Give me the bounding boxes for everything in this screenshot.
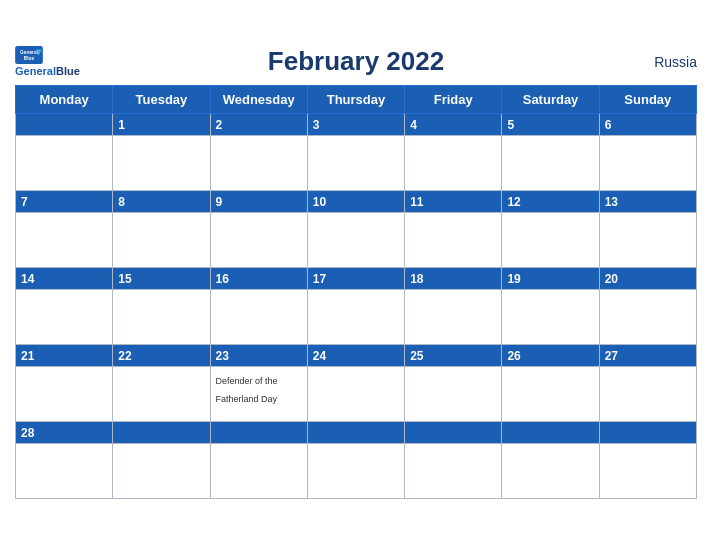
week-2-day-7-body-cell bbox=[599, 213, 696, 268]
week-2-day-6-body-cell bbox=[502, 213, 599, 268]
country-label: Russia bbox=[654, 54, 697, 70]
day-number-19: 19 bbox=[507, 272, 593, 286]
week-5-day-7-body-cell bbox=[599, 444, 696, 499]
week-1-day-1-number-cell bbox=[16, 114, 113, 136]
week-5-day-5-body-cell bbox=[405, 444, 502, 499]
general-blue-logo-icon: General Blue bbox=[15, 46, 43, 64]
week-1-day-5-number-cell: 4 bbox=[405, 114, 502, 136]
week-3-day-6-number-cell: 19 bbox=[502, 268, 599, 290]
week-4-day-1-body-cell bbox=[16, 367, 113, 422]
day-number-20: 20 bbox=[605, 272, 691, 286]
day-number-28: 28 bbox=[21, 426, 107, 440]
week-1-day-6-number-cell: 5 bbox=[502, 114, 599, 136]
logo-text: GeneralBlue bbox=[15, 65, 80, 77]
calendar-header: General Blue GeneralBlue February 2022 R… bbox=[15, 46, 697, 77]
col-friday: Friday bbox=[405, 86, 502, 114]
week-3-day-7-number-cell: 20 bbox=[599, 268, 696, 290]
week-1-day-2-body-cell bbox=[113, 136, 210, 191]
day-number-1: 1 bbox=[118, 118, 204, 132]
col-thursday: Thursday bbox=[307, 86, 404, 114]
col-wednesday: Wednesday bbox=[210, 86, 307, 114]
day-number-18: 18 bbox=[410, 272, 496, 286]
day-number-6: 6 bbox=[605, 118, 691, 132]
week-1-day-4-body-cell bbox=[307, 136, 404, 191]
week-4-day-6-body-cell bbox=[502, 367, 599, 422]
day-number-2: 2 bbox=[216, 118, 302, 132]
day-number-16: 16 bbox=[216, 272, 302, 286]
week-4-day-6-number-cell: 26 bbox=[502, 345, 599, 367]
week-4-day-2-number-cell: 22 bbox=[113, 345, 210, 367]
day-number-5: 5 bbox=[507, 118, 593, 132]
week-5-day-3-body-cell bbox=[210, 444, 307, 499]
week-3-body-row bbox=[16, 290, 697, 345]
week-1-day-4-number-cell: 3 bbox=[307, 114, 404, 136]
week-3-day-1-number-cell: 14 bbox=[16, 268, 113, 290]
day-number-17: 17 bbox=[313, 272, 399, 286]
week-1-day-6-body-cell bbox=[502, 136, 599, 191]
week-4-day-4-body-cell bbox=[307, 367, 404, 422]
week-1-day-3-body-cell bbox=[210, 136, 307, 191]
svg-text:Blue: Blue bbox=[24, 56, 35, 61]
week-1-body-row bbox=[16, 136, 697, 191]
week-4-day-4-number-cell: 24 bbox=[307, 345, 404, 367]
week-5-day-1-number-cell: 28 bbox=[16, 422, 113, 444]
col-tuesday: Tuesday bbox=[113, 86, 210, 114]
week-4-day-5-number-cell: 25 bbox=[405, 345, 502, 367]
day-number-26: 26 bbox=[507, 349, 593, 363]
day-number-14: 14 bbox=[21, 272, 107, 286]
week-4-day-7-number-cell: 27 bbox=[599, 345, 696, 367]
week-1-day-2-number-cell: 1 bbox=[113, 114, 210, 136]
week-3-day-3-body-cell bbox=[210, 290, 307, 345]
svg-text:General: General bbox=[20, 50, 38, 55]
week-2-day-5-number-cell: 11 bbox=[405, 191, 502, 213]
week-1-day-5-body-cell bbox=[405, 136, 502, 191]
week-4-day-3-number-cell: 23 bbox=[210, 345, 307, 367]
week-2-day-3-body-cell bbox=[210, 213, 307, 268]
week-3-day-5-body-cell bbox=[405, 290, 502, 345]
week-3-day-2-number-cell: 15 bbox=[113, 268, 210, 290]
week-5-day-1-body-cell bbox=[16, 444, 113, 499]
calendar-title: February 2022 bbox=[268, 46, 444, 77]
week-2-body-row bbox=[16, 213, 697, 268]
day-number-25: 25 bbox=[410, 349, 496, 363]
week-5-day-4-number-cell bbox=[307, 422, 404, 444]
week-2-day-2-body-cell bbox=[113, 213, 210, 268]
col-sunday: Sunday bbox=[599, 86, 696, 114]
week-3-day-1-body-cell bbox=[16, 290, 113, 345]
week-1-header-row: 123456 bbox=[16, 114, 697, 136]
col-saturday: Saturday bbox=[502, 86, 599, 114]
day-number-21: 21 bbox=[21, 349, 107, 363]
week-2-day-7-number-cell: 13 bbox=[599, 191, 696, 213]
week-3-header-row: 14151617181920 bbox=[16, 268, 697, 290]
week-2-day-4-number-cell: 10 bbox=[307, 191, 404, 213]
day-number-10: 10 bbox=[313, 195, 399, 209]
week-3-day-7-body-cell bbox=[599, 290, 696, 345]
week-4-header-row: 21222324252627 bbox=[16, 345, 697, 367]
week-4-day-3-body-cell: Defender of the Fatherland Day bbox=[210, 367, 307, 422]
holiday-text-23: Defender of the Fatherland Day bbox=[216, 376, 278, 404]
day-number-12: 12 bbox=[507, 195, 593, 209]
week-4-body-row: Defender of the Fatherland Day bbox=[16, 367, 697, 422]
week-4-day-2-body-cell bbox=[113, 367, 210, 422]
day-number-22: 22 bbox=[118, 349, 204, 363]
week-3-day-3-number-cell: 16 bbox=[210, 268, 307, 290]
day-number-11: 11 bbox=[410, 195, 496, 209]
day-number-3: 3 bbox=[313, 118, 399, 132]
week-1-day-7-number-cell: 6 bbox=[599, 114, 696, 136]
day-number-23: 23 bbox=[216, 349, 302, 363]
week-1-day-1-body-cell bbox=[16, 136, 113, 191]
week-2-day-4-body-cell bbox=[307, 213, 404, 268]
week-2-day-1-body-cell bbox=[16, 213, 113, 268]
week-5-day-4-body-cell bbox=[307, 444, 404, 499]
week-5-header-row: 28 bbox=[16, 422, 697, 444]
week-5-body-row bbox=[16, 444, 697, 499]
week-3-day-4-body-cell bbox=[307, 290, 404, 345]
week-4-day-7-body-cell bbox=[599, 367, 696, 422]
week-5-day-6-body-cell bbox=[502, 444, 599, 499]
week-3-day-2-body-cell bbox=[113, 290, 210, 345]
week-2-day-1-number-cell: 7 bbox=[16, 191, 113, 213]
week-5-day-6-number-cell bbox=[502, 422, 599, 444]
day-number-24: 24 bbox=[313, 349, 399, 363]
logo-area: General Blue GeneralBlue bbox=[15, 46, 80, 77]
week-5-day-5-number-cell bbox=[405, 422, 502, 444]
